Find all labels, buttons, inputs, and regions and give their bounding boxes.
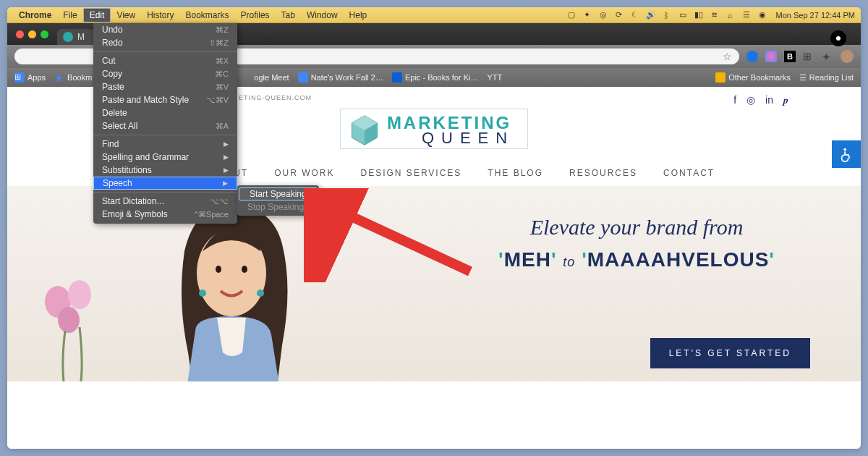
menu-select-all[interactable]: Select All⌘A (93, 119, 237, 132)
svg-point-6 (58, 307, 80, 333)
wifi-icon[interactable]: ≋ (710, 10, 720, 20)
status-icon[interactable]: ◎ (598, 10, 608, 20)
reading-list[interactable]: ☰Reading List (799, 72, 854, 83)
menubar-view[interactable]: View (111, 9, 141, 22)
spotlight-icon[interactable]: ⌕ (726, 10, 736, 20)
menu-paste[interactable]: Paste⌘V (93, 80, 237, 93)
menu-dictation[interactable]: Start Dictation…⌥⌥ (93, 195, 237, 208)
battery-icon[interactable]: ▮▯ (694, 10, 704, 20)
submenu-stop-speaking: Stop Speaking (237, 200, 319, 214)
menubar-help[interactable]: Help (344, 9, 373, 22)
control-center-icon[interactable]: ☰ (741, 10, 752, 20)
extensions-puzzle-icon[interactable]: ✦ (822, 51, 833, 62)
menu-find[interactable]: Find▶ (93, 138, 237, 151)
status-icon[interactable]: ⟳ (614, 10, 624, 20)
doc-icon (298, 72, 308, 83)
bookmark-item[interactable]: YTT (487, 73, 502, 82)
tagline-bold: 'MEH' to 'MAAAAHVELOUS' (441, 248, 832, 271)
minimize-window-icon[interactable] (28, 30, 36, 38)
bookmark-item[interactable]: Nate's Work Fall 2… (298, 72, 383, 83)
camera-indicator-icon (830, 30, 846, 46)
menu-paste-match[interactable]: Paste and Match Style⌥⌘V (93, 93, 237, 106)
menu-separator (93, 51, 237, 52)
menu-spelling[interactable]: Spelling and Grammar▶ (93, 151, 237, 164)
volume-icon[interactable]: 🔊 (646, 10, 656, 20)
chevron-right-icon: ▶ (224, 153, 229, 161)
speech-submenu: Start Speaking Stop Speaking (237, 185, 319, 216)
macos-menubar: Chrome File Edit View History Bookmarks … (7, 7, 861, 23)
menubar-edit[interactable]: Edit (83, 8, 111, 22)
menu-substitutions[interactable]: Substitutions▶ (93, 164, 237, 177)
bookmark-item[interactable]: ogle Meet (254, 73, 289, 82)
status-icon[interactable]: ▢ (566, 10, 576, 20)
menubar-window[interactable]: Window (301, 9, 344, 22)
other-bookmarks[interactable]: Other Bookmarks (715, 72, 791, 83)
display-icon[interactable]: ▭ (678, 10, 688, 20)
svg-point-11 (257, 290, 264, 297)
svg-point-8 (216, 266, 221, 273)
menu-redo[interactable]: Redo⇧⌘Z (93, 36, 237, 49)
chevron-right-icon: ▶ (223, 180, 228, 187)
tab-favicon-icon (63, 32, 73, 42)
menubar-clock[interactable]: Mon Sep 27 12:44 PM (776, 11, 855, 20)
svg-point-9 (242, 266, 247, 273)
menubar-status-area: ▢ ✦ ◎ ⟳ ☾ 🔊 ᛒ ▭ ▮▯ ≋ ⌕ ☰ ◉ Mon Sep 27 12… (566, 10, 855, 20)
edit-dropdown-menu: Undo⌘Z Redo⇧⌘Z Cut⌘X Copy⌘C Paste⌘V Past… (93, 23, 237, 224)
menubar-profiles[interactable]: Profiles (235, 9, 276, 22)
menu-undo[interactable]: Undo⌘Z (93, 23, 237, 36)
siri-icon[interactable]: ◉ (757, 10, 767, 20)
menu-delete[interactable]: Delete (93, 106, 237, 119)
maximize-window-icon[interactable] (41, 30, 48, 38)
menu-cut[interactable]: Cut⌘X (93, 54, 237, 67)
menubar-bookmarks[interactable]: Bookmarks (180, 9, 235, 22)
extension-icon[interactable] (765, 51, 777, 62)
nav-resources[interactable]: RESOURCES (569, 168, 637, 180)
folder-icon (715, 72, 726, 83)
menu-copy[interactable]: Copy⌘C (93, 67, 237, 80)
menubar-app-name: Chrome (13, 10, 57, 20)
apps-icon: ⊞ (14, 72, 25, 83)
logo-text-bottom: QUEEN (422, 130, 514, 146)
extension-icon[interactable]: B (784, 51, 796, 62)
extension-icon[interactable] (746, 51, 758, 62)
menu-separator (93, 135, 237, 135)
bookmark-item[interactable]: ★Bookm (54, 72, 92, 83)
menu-speech[interactable]: Speech▶ (93, 177, 237, 190)
tagline-script: Elevate your brand from (441, 215, 832, 240)
menubar-tab[interactable]: Tab (276, 9, 301, 22)
site-logo[interactable]: MARKETING QUEEN (340, 109, 528, 149)
window-controls[interactable] (16, 30, 48, 38)
menubar-file[interactable]: File (57, 9, 82, 22)
svg-point-5 (68, 280, 91, 309)
epic-icon (392, 72, 402, 83)
bookmark-item[interactable]: Epic - Books for Ki… (392, 72, 478, 83)
chevron-right-icon: ▶ (224, 166, 229, 174)
svg-point-10 (199, 290, 206, 297)
bookmark-apps[interactable]: ⊞Apps (14, 72, 46, 83)
do-not-disturb-icon[interactable]: ☾ (630, 10, 640, 20)
nav-design-services[interactable]: DESIGN SERVICES (361, 168, 462, 180)
tab-title: M (77, 32, 85, 42)
apps-grid-icon[interactable]: ⊞ (803, 51, 814, 62)
list-icon: ☰ (799, 73, 807, 83)
flowers-illustration (29, 266, 116, 381)
menu-separator (93, 192, 237, 193)
nav-our-work[interactable]: OUR WORK (274, 168, 334, 180)
status-icon[interactable]: ✦ (582, 10, 592, 20)
menu-emoji[interactable]: Emoji & Symbols^⌘Space (93, 208, 237, 221)
menubar-history[interactable]: History (141, 9, 179, 22)
profile-avatar-icon[interactable] (841, 50, 854, 63)
cta-button[interactable]: LET'S GET STARTED (650, 338, 810, 368)
nav-blog[interactable]: THE BLOG (488, 168, 543, 180)
browser-tab[interactable]: M (57, 29, 95, 45)
logo-mark-icon (348, 114, 381, 147)
nav-contact[interactable]: CONTACT (663, 168, 715, 180)
submenu-start-speaking[interactable]: Start Speaking (239, 187, 318, 200)
bookmark-star-icon[interactable]: ☆ (723, 51, 732, 62)
star-icon: ★ (54, 72, 64, 83)
bluetooth-icon[interactable]: ᛒ (662, 10, 672, 20)
chevron-right-icon: ▶ (224, 140, 229, 148)
close-window-icon[interactable] (16, 30, 24, 38)
